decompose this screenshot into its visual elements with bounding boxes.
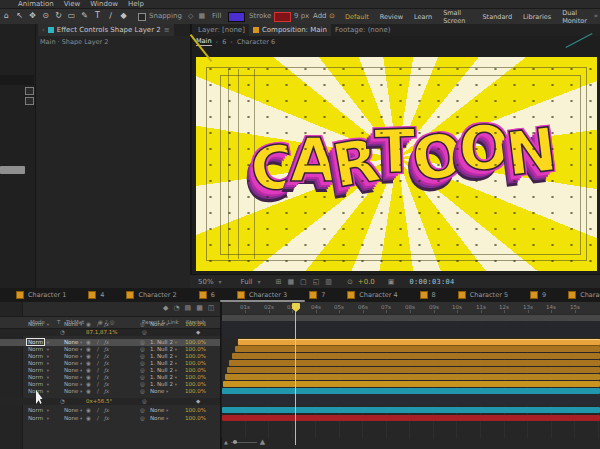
parent-pickwhip-icon[interactable]: ◎ — [140, 346, 145, 353]
tool-shape[interactable]: ▭ — [67, 10, 76, 22]
eye-icon[interactable]: ◉ — [86, 360, 91, 367]
eye-icon[interactable]: ◉ — [86, 381, 91, 388]
tool-rotation[interactable]: ↻ — [54, 10, 63, 22]
parent-pickwhip-icon[interactable]: ◎ — [140, 388, 145, 395]
tool-pen[interactable]: ✎ — [80, 10, 89, 22]
parent-select[interactable]: None ▾ — [150, 415, 168, 422]
stretch-value[interactable]: 100.0% — [185, 339, 206, 346]
timeline-tab[interactable]: Character 5 — [458, 291, 508, 299]
stopwatch-icon[interactable]: ◔ — [60, 398, 65, 405]
property-value[interactable]: 87.1,87.1% — [86, 329, 117, 336]
timeline-header-icon-graph-editor[interactable]: ◫ — [208, 304, 215, 312]
fill-color-swatch[interactable] — [228, 12, 245, 22]
quality-switch-icon[interactable]: ∕ — [97, 381, 99, 388]
stretch-value[interactable]: 100.0% — [185, 346, 206, 353]
workspace-overflow-chevron[interactable]: » — [594, 12, 598, 20]
workspace[interactable]: Small Screen — [443, 9, 471, 25]
stretch-value[interactable]: 100.0% — [185, 388, 206, 395]
add-button[interactable]: Add — [313, 12, 327, 20]
exposure-icon[interactable]: ⊙ — [347, 278, 353, 286]
layer-duration-bar[interactable] — [223, 381, 600, 387]
layer-duration-bar[interactable] — [238, 339, 600, 346]
parent-pickwhip-icon[interactable]: ◎ — [140, 339, 145, 346]
breadcrumb-item[interactable]: Character 6 — [230, 38, 275, 46]
timeline-tab[interactable]: Character 4 — [347, 291, 397, 299]
parent-select[interactable]: 1. Null 2 ▾ — [150, 367, 177, 374]
eye-icon[interactable]: ◉ — [86, 321, 91, 328]
magnification-select[interactable]: 50% — [198, 278, 214, 286]
view-option-icon-mask-visibility[interactable]: ▦ — [287, 278, 294, 286]
timeline-row[interactable]: Norm ▾ None ▾ ◉ ∕ ƒx ◎ None ▾ 100.0% ◔ ◎… — [0, 388, 220, 395]
parent-select[interactable]: 1. Null 2 ▾ — [150, 339, 177, 346]
eye-icon[interactable]: ◉ — [86, 415, 91, 422]
quality-switch-icon[interactable]: ∕ — [97, 374, 99, 381]
timeline-tab[interactable]: Character 2 — [126, 291, 176, 299]
track-matte-select[interactable]: None ▾ — [64, 374, 82, 381]
quality-switch-icon[interactable]: ∕ — [97, 360, 99, 367]
timeline-row[interactable]: Norm ▾ None ▾ ◉ ∕ ƒx ◎ None ▾ 100.0% ◔ ◎… — [0, 407, 220, 414]
keyframe-icon[interactable]: ◆ — [196, 398, 200, 405]
fx-switch-icon[interactable]: ƒx — [104, 360, 109, 367]
parent-select[interactable]: None ▾ — [150, 388, 168, 395]
parent-select[interactable]: 1. Null 2 ▾ — [150, 353, 177, 360]
timeline-row[interactable]: ▾ ▾ ◉ ∕ ƒx ◎ ▾ ◔ 87.1,87.1% ◎ ◆ — [0, 329, 220, 336]
view-option-icon-grid-guides[interactable]: ⊞ — [276, 278, 282, 286]
parent-pickwhip-icon[interactable]: ◎ — [140, 360, 145, 367]
eye-icon[interactable]: ◉ — [86, 346, 91, 353]
parent-select[interactable]: 1. Null 2 ▾ — [150, 381, 177, 388]
track-matte-select[interactable]: None ▾ — [64, 360, 82, 367]
layer-duration-bar[interactable] — [235, 346, 600, 352]
track-matte-select[interactable]: None ▾ — [64, 346, 82, 353]
parent-pickwhip-icon[interactable]: ◎ — [140, 415, 145, 422]
layer-duration-bar[interactable] — [229, 360, 600, 366]
property-value[interactable]: 0x+56.5° — [86, 398, 112, 405]
view-option-icon-transparency-grid[interactable]: ◱ — [313, 278, 320, 286]
track-matte-select[interactable]: None ▾ — [64, 381, 82, 388]
stretch-value[interactable]: 100.0% — [185, 321, 206, 328]
quality-switch-icon[interactable]: ∕ — [97, 415, 99, 422]
stretch-value[interactable]: 100.0% — [185, 360, 206, 367]
timeline-tab[interactable]: Character 3 — [237, 291, 287, 299]
quality-switch-icon[interactable]: ∕ — [97, 407, 99, 414]
resolution-select[interactable]: Full — [241, 278, 253, 286]
parent-pickwhip-icon[interactable]: ◎ — [140, 367, 145, 374]
layer-duration-bar[interactable] — [232, 353, 600, 359]
fill-label[interactable]: Fill — [212, 12, 221, 20]
zoom-slider-track[interactable] — [231, 442, 257, 443]
tool-brush[interactable]: ∕ — [106, 10, 115, 22]
breadcrumb-item[interactable]: 6 — [216, 38, 227, 46]
tool-selection[interactable]: ↖ — [15, 10, 24, 22]
collapsed-panel-header[interactable] — [0, 75, 34, 85]
copy-panel-icon[interactable] — [25, 87, 34, 95]
menu-item[interactable]: Help — [128, 0, 144, 8]
layer-duration-bar[interactable] — [222, 415, 600, 421]
effect-controls-panel[interactable] — [36, 36, 190, 288]
stroke-color-swatch[interactable] — [274, 12, 291, 22]
composition-canvas[interactable]: CARTOON — [196, 57, 597, 271]
eye-icon[interactable]: ◉ — [86, 353, 91, 360]
layer-duration-bar[interactable] — [227, 367, 600, 373]
fx-switch-icon[interactable]: ƒx — [104, 353, 109, 360]
fx-switch-icon[interactable]: ƒx — [104, 346, 109, 353]
snapping-checkbox[interactable] — [138, 13, 146, 21]
quality-switch-icon[interactable]: ∕ — [97, 339, 99, 346]
track-matte-select[interactable]: None ▾ — [64, 321, 82, 328]
blend-mode-select[interactable]: Norm ▾ — [26, 321, 49, 328]
tool-puppet-pin[interactable]: ◆ — [119, 10, 128, 22]
track-matte-select[interactable]: None ▾ — [64, 353, 82, 360]
fx-switch-icon[interactable]: ƒx — [104, 415, 109, 422]
parent-select[interactable]: None ▾ — [150, 407, 168, 414]
fx-switch-icon[interactable]: ƒx — [104, 388, 109, 395]
snap-option-icon-snap-to-edges[interactable]: ◇ — [188, 12, 193, 20]
workspace[interactable]: Learn — [414, 13, 432, 21]
layer-duration-bar[interactable] — [222, 407, 600, 413]
layer-duration-bar[interactable] — [225, 374, 600, 380]
timeline-row[interactable]: ▾ ▾ ◉ ∕ ƒx ◎ ▾ ◔ 0x+56.5° ◎ ◆ — [0, 398, 220, 405]
tool-hand[interactable]: ✥ — [28, 10, 37, 22]
view-option-icon-region-of-interest[interactable]: ▢ — [300, 278, 307, 286]
chevron-left-icon[interactable]: ‹ — [42, 26, 45, 34]
zoom-in-mountain-icon[interactable]: ▲ — [260, 438, 265, 446]
track-matte-select[interactable]: None ▾ — [64, 388, 82, 395]
timeline-row[interactable]: Norm ▾ None ▾ ◉ ∕ ƒx ◎ None ▾ 100.0% ◔ ◎… — [0, 321, 220, 328]
eye-icon[interactable]: ◉ — [86, 407, 91, 414]
